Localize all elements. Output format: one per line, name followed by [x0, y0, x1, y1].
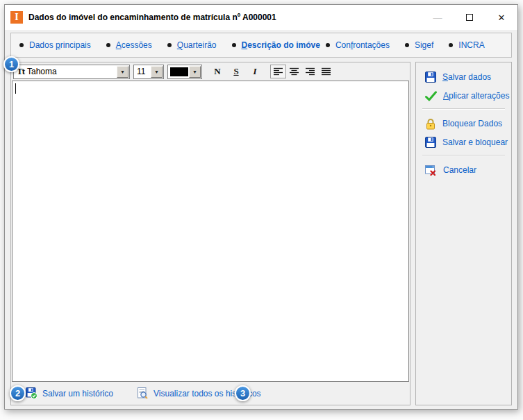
floppy-disk-icon: [425, 72, 436, 83]
save-and-lock-button[interactable]: Salvar e bloquear: [416, 134, 511, 151]
align-left-button[interactable]: [270, 65, 286, 78]
tab-quarteirao[interactable]: Quarteirão: [167, 40, 217, 50]
check-icon: [425, 91, 437, 101]
tab-confrontacoes[interactable]: Confrontações: [326, 40, 390, 50]
align-justify-icon: [322, 67, 331, 76]
description-text-area[interactable]: [12, 81, 409, 382]
italic-button[interactable]: I: [247, 65, 263, 78]
floppy-disk-icon: [425, 137, 436, 148]
font-size-select[interactable]: 11 ▼: [133, 65, 164, 79]
bold-button[interactable]: N: [210, 65, 225, 78]
close-button[interactable]: ✕: [485, 5, 517, 30]
bullet-icon: [405, 43, 409, 47]
tab-descricao-do-imovel[interactable]: Descrição do imóve: [232, 40, 320, 50]
chevron-down-icon[interactable]: ▼: [151, 66, 163, 78]
underline-button[interactable]: S: [229, 65, 244, 78]
save-history-icon: [26, 387, 38, 399]
dialog-window: I Dados do imóvel do encaminhamento de m…: [4, 4, 518, 410]
preview-history-icon: [137, 387, 149, 399]
apply-changes-button[interactable]: Aplicar alterações: [416, 87, 511, 104]
align-left-icon: [274, 67, 283, 76]
title-bar: I Dados do imóvel do encaminhamento de m…: [5, 5, 517, 30]
annotation-badge-1: 1: [3, 56, 19, 72]
format-toolbar: Tt Tahoma ▼ 11 ▼ ▼ N S I: [11, 62, 410, 81]
align-center-button[interactable]: [286, 65, 302, 78]
minimize-button: —: [422, 5, 454, 30]
bullet-icon: [232, 43, 236, 47]
lock-icon: [425, 118, 436, 130]
divider: [422, 108, 505, 110]
tab-acessoes[interactable]: Acessões: [106, 40, 152, 50]
bullet-icon: [326, 43, 330, 47]
font-size-value: 11: [134, 67, 150, 76]
text-caret: [15, 83, 16, 94]
font-family-select[interactable]: Tt Tahoma ▼: [13, 65, 130, 79]
divider: [422, 155, 505, 156]
annotation-badge-3: 3: [235, 385, 251, 401]
align-right-icon: [306, 67, 315, 76]
font-family-value: Tahoma: [24, 67, 116, 76]
bullet-icon: [106, 43, 110, 47]
chevron-down-icon[interactable]: ▼: [189, 66, 201, 78]
align-right-button[interactable]: [302, 65, 318, 78]
save-history-button[interactable]: Salvar um histórico: [26, 387, 113, 399]
save-data-button[interactable]: Salvar dados: [416, 69, 511, 85]
window-title: Dados do imóvel do encaminhamento de mat…: [28, 12, 276, 22]
bullet-icon: [19, 43, 24, 47]
annotation-badge-2: 2: [10, 385, 26, 401]
cancel-window-icon: [425, 165, 437, 176]
tab-sigef[interactable]: Sigef: [405, 40, 433, 50]
description-editor-panel: Tt Tahoma ▼ 11 ▼ ▼ N S I: [10, 62, 410, 405]
save-history-label: Salvar um histórico: [42, 389, 113, 398]
maximize-button[interactable]: [454, 5, 485, 30]
alignment-group: [270, 65, 334, 78]
chevron-down-icon[interactable]: ▼: [117, 66, 128, 78]
app-icon: I: [10, 11, 23, 24]
align-justify-button[interactable]: [318, 65, 334, 78]
color-swatch-icon: [170, 67, 188, 76]
cancel-button[interactable]: Cancelar: [416, 162, 511, 178]
lock-data-button[interactable]: Bloquear Dados: [416, 115, 511, 132]
history-actions-bar: Salvar um histórico Visualizar todos os …: [11, 382, 410, 405]
bullet-icon: [167, 43, 172, 47]
tab-strip: Dados principais Acessões Quarteirão Des…: [10, 33, 512, 58]
font-color-select[interactable]: ▼: [167, 65, 202, 79]
bullet-icon: [449, 43, 453, 47]
actions-panel: Salvar dados Aplicar alterações Bloquear…: [415, 62, 512, 405]
tab-dados-principais[interactable]: Dados principais: [19, 40, 91, 50]
maximize-icon: [466, 14, 473, 21]
align-center-icon: [290, 67, 299, 76]
tab-incra[interactable]: INCRA: [449, 40, 484, 50]
